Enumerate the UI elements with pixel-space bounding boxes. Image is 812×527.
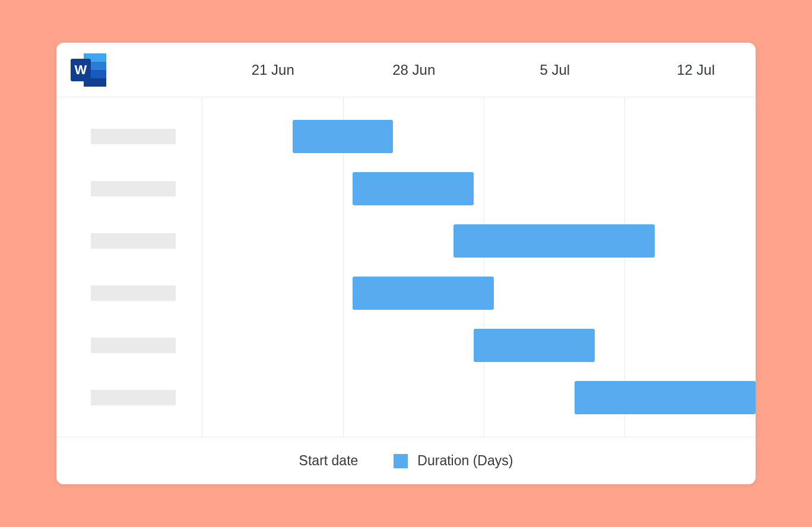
timeline-tick: 5 Jul	[538, 62, 570, 78]
gantt-bar	[575, 381, 756, 414]
gantt-bar	[353, 172, 474, 205]
task-column	[56, 97, 212, 437]
word-icon: W	[71, 53, 106, 87]
legend-start-label: Start date	[299, 453, 359, 469]
bar-row	[212, 277, 756, 310]
task-label-placeholder	[91, 181, 176, 196]
task-label-placeholder	[91, 390, 176, 405]
timeline-header: 21 Jun28 Jun5 Jul12 Jul	[212, 43, 756, 97]
timeline-tick: 21 Jun	[250, 62, 294, 78]
gantt-card: W 21 Jun28 Jun5 Jul12 Jul Start date Dur…	[56, 43, 756, 484]
legend-swatch-icon	[394, 454, 408, 468]
gantt-bar	[453, 224, 655, 258]
gantt-legend: Start date Duration (Days)	[56, 437, 756, 484]
logo-cell: W	[56, 43, 212, 97]
gantt-body	[56, 97, 756, 437]
gantt-bar	[293, 120, 394, 153]
bar-row	[212, 329, 756, 362]
legend-duration-label: Duration (Days)	[417, 453, 513, 469]
legend-duration: Duration (Days)	[394, 453, 513, 469]
gantt-bar	[474, 329, 595, 362]
task-label-placeholder	[91, 129, 176, 144]
gantt-header: W 21 Jun28 Jun5 Jul12 Jul	[56, 43, 756, 97]
legend-start-date: Start date	[299, 453, 359, 469]
bar-row	[212, 120, 756, 153]
gantt-bar	[353, 277, 493, 310]
gridline	[202, 97, 202, 437]
task-label-placeholder	[91, 285, 176, 301]
timeline-tick: 28 Jun	[391, 62, 435, 78]
bar-row	[212, 381, 756, 414]
bar-row	[212, 172, 756, 205]
chart-area	[212, 97, 756, 437]
timeline-tick: 12 Jul	[675, 62, 715, 78]
task-label-placeholder	[91, 338, 176, 353]
bar-row	[212, 224, 756, 258]
task-label-placeholder	[91, 233, 176, 249]
